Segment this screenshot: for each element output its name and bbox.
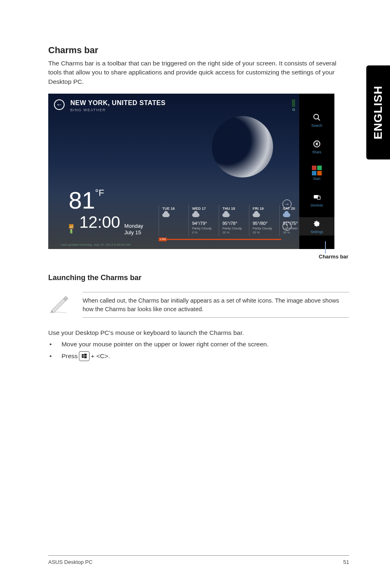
temp-unit: °F [95, 188, 104, 198]
forecast-precip: 0 % [192, 231, 216, 234]
bullet-suffix: + <C>. [91, 352, 110, 360]
forecast-day-header: THU 18 [222, 206, 247, 211]
devices-icon [299, 192, 334, 202]
day-name: Monday [124, 223, 143, 229]
signal-icon: 📶 [69, 224, 74, 229]
day-date: Monday July 15 [124, 223, 143, 236]
note-block: When called out, the Charms bar initiall… [48, 292, 349, 318]
section-title: Charms bar [48, 45, 349, 56]
charm-label: Devices [299, 203, 334, 207]
forecast-day-header: TUE 16 [162, 206, 186, 211]
forecast-day[interactable]: THU 18 95°/78° Partly Cloudy 20 % [219, 205, 249, 236]
current-time: 12:00 [79, 213, 120, 231]
peek-tile [292, 99, 295, 107]
forecast-temps: 94°/79° [192, 221, 216, 226]
forecast-condition: Partly Cloudy [222, 227, 247, 230]
current-conditions: 81°F 📶 🔋 12:00 Monday July 15 [69, 189, 143, 236]
body-text: Use your Desktop PC's mouse or keyboard … [48, 329, 349, 337]
battery-icon: 🔋 [69, 229, 74, 234]
charm-share[interactable]: Share [299, 137, 334, 156]
app-subtitle: BING WEATHER [70, 108, 166, 112]
callout-line [325, 241, 326, 254]
forecast-day[interactable]: FRI 19 95°/80° Partly Cloudy 20 % [249, 205, 280, 236]
moon-graphic [212, 116, 273, 177]
callout-label: Charms bar [319, 254, 348, 260]
charm-label: Start [299, 177, 334, 181]
bullet-text: Move your mouse pointer on the upper or … [61, 341, 269, 348]
svg-rect-7 [82, 356, 84, 358]
svg-rect-6 [84, 354, 87, 356]
footer-page-number: 51 [343, 559, 349, 565]
peek-letter: G [292, 108, 295, 112]
charm-settings[interactable]: Settings [299, 217, 334, 236]
forecast-day[interactable]: WED 17 94°/79° Partly Cloudy 0 % [189, 205, 219, 236]
forecast-precip: 20 % [253, 231, 277, 234]
charm-label: Search [299, 123, 334, 128]
back-button[interactable]: ← [54, 99, 65, 110]
svg-rect-5 [82, 354, 84, 356]
up-arrow-button[interactable]: ↑ [282, 222, 291, 231]
time-row: 📶 🔋 12:00 Monday July 15 [69, 213, 143, 236]
temp-value: 81 [69, 187, 95, 213]
language-tab-label: ENGLISH [372, 85, 385, 139]
charm-label: Share [299, 150, 334, 154]
list-item: Press + <C>. [48, 351, 349, 361]
nav-arrows: → ↑ [282, 200, 291, 231]
arrow-right-icon: → [285, 201, 289, 207]
svg-rect-8 [84, 356, 87, 358]
forecast-condition: Partly Cloudy [253, 227, 277, 230]
pen-icon [48, 295, 71, 315]
cloud-icon [253, 213, 262, 220]
svg-rect-4 [318, 196, 321, 199]
forecast-temps: 95°/80° [253, 221, 277, 226]
note-text: When called out, the Charms bar initiall… [83, 292, 349, 318]
forecast-day-header: FRI 19 [253, 206, 277, 211]
search-icon [299, 112, 334, 122]
app-header: ← NEW YORK, UNITED STATES BING WEATHER [54, 99, 166, 112]
subsection-title: Launching the Charms bar [48, 274, 349, 282]
svg-point-0 [314, 114, 319, 119]
list-item: Move your mouse pointer on the upper or … [48, 341, 349, 348]
timeline-marker: 1 PM [159, 238, 167, 241]
bullet-prefix: Press [61, 352, 78, 360]
date: July 15 [124, 229, 143, 236]
weather-app-screenshot: ← NEW YORK, UNITED STATES BING WEATHER G… [48, 94, 334, 249]
arrow-up-icon: ↑ [286, 223, 288, 229]
share-icon [299, 139, 334, 149]
charm-label: Settings [299, 230, 334, 234]
last-updated-text: Last updated Monday, July 15, 2013 6:00:… [61, 243, 130, 247]
svg-line-1 [318, 118, 320, 120]
next-arrow-button[interactable]: → [282, 200, 291, 209]
footer-left: ASUS Desktop PC [48, 559, 92, 565]
forecast-temps: 95°/78° [222, 221, 247, 226]
gear-icon [299, 219, 334, 229]
forecast-day-header: WED 17 [192, 206, 216, 211]
section-intro: The Charms bar is a toolbar that can be … [48, 59, 349, 86]
back-arrow-icon: ← [56, 101, 63, 108]
status-icons: 📶 🔋 [69, 224, 74, 234]
language-tab: ENGLISH [366, 65, 390, 159]
app-location-title: NEW YORK, UNITED STATES [70, 99, 166, 107]
charm-devices[interactable]: Devices [299, 191, 334, 209]
charm-search[interactable]: Search [299, 111, 334, 129]
forecast-day[interactable]: TUE 16 [159, 205, 189, 236]
bullet-list: Move your mouse pointer on the upper or … [48, 341, 349, 361]
timeline-bar [159, 239, 281, 240]
forecast-precip: 20 % [222, 231, 247, 234]
app-title-block: NEW YORK, UNITED STATES BING WEATHER [70, 99, 166, 112]
page-footer: ASUS Desktop PC 51 [48, 555, 349, 565]
start-icon [299, 166, 334, 175]
charms-bar: Search Share Start Devices [299, 94, 334, 249]
windows-key-icon [79, 351, 90, 361]
cloud-icon [222, 213, 231, 220]
forecast-condition: Partly Cloudy [192, 227, 216, 230]
charm-start[interactable]: Start [299, 164, 334, 182]
current-temp: 81°F [69, 189, 143, 212]
cloud-icon [162, 213, 171, 220]
cloud-icon [192, 213, 201, 220]
